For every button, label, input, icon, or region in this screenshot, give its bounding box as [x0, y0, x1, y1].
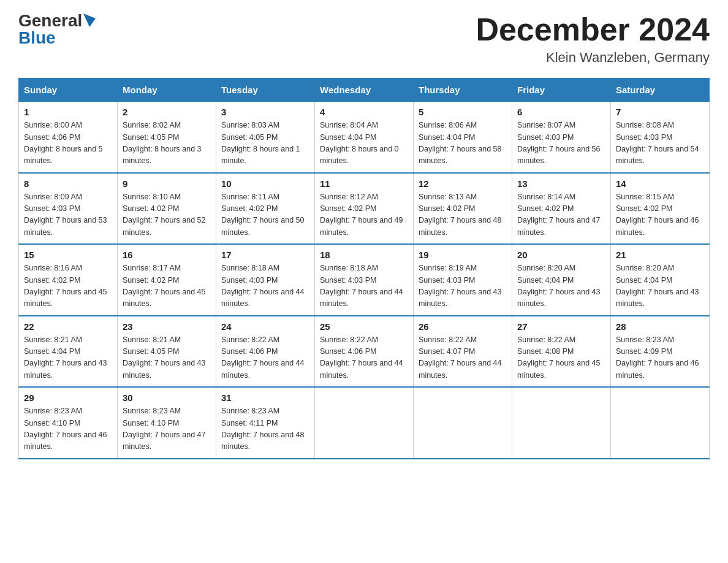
calendar-body: 1 Sunrise: 8:00 AMSunset: 4:06 PMDayligh…	[19, 102, 710, 459]
calendar-cell	[315, 387, 414, 459]
calendar-week-row: 8 Sunrise: 8:09 AMSunset: 4:03 PMDayligh…	[19, 173, 710, 245]
day-number: 28	[616, 321, 704, 332]
calendar-cell: 6 Sunrise: 8:07 AMSunset: 4:03 PMDayligh…	[512, 102, 611, 173]
col-monday: Monday	[118, 79, 216, 102]
day-info: Sunrise: 8:23 AMSunset: 4:10 PMDaylight:…	[123, 405, 211, 453]
day-number: 11	[320, 178, 408, 189]
day-info: Sunrise: 8:22 AMSunset: 4:07 PMDaylight:…	[419, 334, 507, 382]
calendar-cell: 16 Sunrise: 8:17 AMSunset: 4:02 PMDaylig…	[118, 244, 216, 316]
day-number: 19	[419, 250, 507, 260]
day-number: 14	[616, 178, 704, 189]
calendar-cell: 19 Sunrise: 8:19 AMSunset: 4:03 PMDaylig…	[414, 244, 512, 316]
day-info: Sunrise: 8:23 AMSunset: 4:09 PMDaylight:…	[616, 334, 704, 382]
day-info: Sunrise: 8:08 AMSunset: 4:03 PMDaylight:…	[616, 120, 704, 167]
col-sunday: Sunday	[19, 79, 118, 102]
col-saturday: Saturday	[611, 79, 710, 102]
calendar-cell: 12 Sunrise: 8:13 AMSunset: 4:02 PMDaylig…	[414, 173, 512, 245]
calendar-week-row: 15 Sunrise: 8:16 AMSunset: 4:02 PMDaylig…	[19, 244, 710, 316]
calendar-table: Sunday Monday Tuesday Wednesday Thursday…	[18, 78, 710, 459]
day-info: Sunrise: 8:22 AMSunset: 4:06 PMDaylight:…	[221, 334, 309, 382]
day-info: Sunrise: 8:22 AMSunset: 4:08 PMDaylight:…	[517, 334, 605, 382]
day-info: Sunrise: 8:21 AMSunset: 4:04 PMDaylight:…	[24, 334, 112, 382]
calendar-cell: 27 Sunrise: 8:22 AMSunset: 4:08 PMDaylig…	[512, 316, 611, 388]
calendar-cell: 11 Sunrise: 8:12 AMSunset: 4:02 PMDaylig…	[315, 173, 414, 245]
day-info: Sunrise: 8:21 AMSunset: 4:05 PMDaylight:…	[123, 334, 211, 382]
day-number: 5	[419, 107, 507, 117]
day-info: Sunrise: 8:00 AMSunset: 4:06 PMDaylight:…	[24, 120, 112, 167]
day-number: 17	[221, 250, 309, 260]
svg-marker-0	[83, 13, 96, 27]
day-number: 24	[221, 321, 309, 332]
day-number: 8	[24, 178, 112, 189]
calendar-cell	[414, 387, 512, 459]
day-info: Sunrise: 8:23 AMSunset: 4:11 PMDaylight:…	[221, 405, 309, 453]
calendar-cell: 24 Sunrise: 8:22 AMSunset: 4:06 PMDaylig…	[216, 316, 315, 388]
calendar-week-row: 29 Sunrise: 8:23 AMSunset: 4:10 PMDaylig…	[19, 387, 710, 459]
calendar-cell: 22 Sunrise: 8:21 AMSunset: 4:04 PMDaylig…	[19, 316, 118, 388]
day-info: Sunrise: 8:18 AMSunset: 4:03 PMDaylight:…	[221, 262, 309, 310]
day-number: 6	[517, 107, 605, 117]
calendar-cell: 21 Sunrise: 8:20 AMSunset: 4:04 PMDaylig…	[611, 244, 710, 316]
title-block: December 2024 Klein Wanzleben, Germany	[476, 12, 710, 66]
day-number: 18	[320, 250, 408, 260]
logo: General Blue	[18, 12, 96, 47]
logo-general-text: General	[18, 12, 82, 29]
day-info: Sunrise: 8:10 AMSunset: 4:02 PMDaylight:…	[123, 191, 211, 239]
location-subtitle: Klein Wanzleben, Germany	[476, 50, 710, 66]
day-number: 3	[221, 107, 309, 117]
day-number: 7	[616, 107, 704, 117]
day-info: Sunrise: 8:23 AMSunset: 4:10 PMDaylight:…	[24, 405, 112, 453]
calendar-cell: 18 Sunrise: 8:18 AMSunset: 4:03 PMDaylig…	[315, 244, 414, 316]
day-info: Sunrise: 8:22 AMSunset: 4:06 PMDaylight:…	[320, 334, 408, 382]
day-number: 23	[123, 321, 211, 332]
calendar-cell: 7 Sunrise: 8:08 AMSunset: 4:03 PMDayligh…	[611, 102, 710, 173]
calendar-cell: 10 Sunrise: 8:11 AMSunset: 4:02 PMDaylig…	[216, 173, 315, 245]
day-number: 29	[24, 393, 112, 403]
calendar-cell: 13 Sunrise: 8:14 AMSunset: 4:02 PMDaylig…	[512, 173, 611, 245]
day-info: Sunrise: 8:02 AMSunset: 4:05 PMDaylight:…	[123, 120, 211, 167]
day-number: 20	[517, 250, 605, 260]
calendar-cell: 4 Sunrise: 8:04 AMSunset: 4:04 PMDayligh…	[315, 102, 414, 173]
day-number: 12	[419, 178, 507, 189]
day-info: Sunrise: 8:12 AMSunset: 4:02 PMDaylight:…	[320, 191, 408, 239]
calendar-cell: 8 Sunrise: 8:09 AMSunset: 4:03 PMDayligh…	[19, 173, 118, 245]
day-number: 22	[24, 321, 112, 332]
calendar-header: Sunday Monday Tuesday Wednesday Thursday…	[19, 79, 710, 102]
day-info: Sunrise: 8:18 AMSunset: 4:03 PMDaylight:…	[320, 262, 408, 310]
day-number: 9	[123, 178, 211, 189]
col-thursday: Thursday	[414, 79, 512, 102]
col-wednesday: Wednesday	[315, 79, 414, 102]
calendar-cell: 5 Sunrise: 8:06 AMSunset: 4:04 PMDayligh…	[414, 102, 512, 173]
calendar-cell: 29 Sunrise: 8:23 AMSunset: 4:10 PMDaylig…	[19, 387, 118, 459]
day-info: Sunrise: 8:16 AMSunset: 4:02 PMDaylight:…	[24, 262, 112, 310]
logo-triangle-icon	[83, 13, 96, 27]
day-number: 1	[24, 107, 112, 117]
day-number: 4	[320, 107, 408, 117]
header-row: Sunday Monday Tuesday Wednesday Thursday…	[19, 79, 710, 102]
calendar-cell: 9 Sunrise: 8:10 AMSunset: 4:02 PMDayligh…	[118, 173, 216, 245]
day-number: 15	[24, 250, 112, 260]
day-info: Sunrise: 8:11 AMSunset: 4:02 PMDaylight:…	[221, 191, 309, 239]
col-friday: Friday	[512, 79, 611, 102]
day-info: Sunrise: 8:13 AMSunset: 4:02 PMDaylight:…	[419, 191, 507, 239]
day-number: 26	[419, 321, 507, 332]
calendar-cell: 28 Sunrise: 8:23 AMSunset: 4:09 PMDaylig…	[611, 316, 710, 388]
day-info: Sunrise: 8:04 AMSunset: 4:04 PMDaylight:…	[320, 120, 408, 167]
day-info: Sunrise: 8:14 AMSunset: 4:02 PMDaylight:…	[517, 191, 605, 239]
calendar-cell: 20 Sunrise: 8:20 AMSunset: 4:04 PMDaylig…	[512, 244, 611, 316]
day-number: 30	[123, 393, 211, 403]
day-number: 31	[221, 393, 309, 403]
day-number: 2	[123, 107, 211, 117]
calendar-cell: 30 Sunrise: 8:23 AMSunset: 4:10 PMDaylig…	[118, 387, 216, 459]
month-title: December 2024	[476, 12, 710, 47]
day-info: Sunrise: 8:19 AMSunset: 4:03 PMDaylight:…	[419, 262, 507, 310]
day-info: Sunrise: 8:07 AMSunset: 4:03 PMDaylight:…	[517, 120, 605, 167]
calendar-cell	[512, 387, 611, 459]
day-number: 27	[517, 321, 605, 332]
calendar-week-row: 22 Sunrise: 8:21 AMSunset: 4:04 PMDaylig…	[19, 316, 710, 388]
page-header: General Blue December 2024 Klein Wanzleb…	[18, 12, 710, 66]
calendar-cell: 1 Sunrise: 8:00 AMSunset: 4:06 PMDayligh…	[19, 102, 118, 173]
day-info: Sunrise: 8:03 AMSunset: 4:05 PMDaylight:…	[221, 120, 309, 167]
calendar-cell: 15 Sunrise: 8:16 AMSunset: 4:02 PMDaylig…	[19, 244, 118, 316]
day-info: Sunrise: 8:09 AMSunset: 4:03 PMDaylight:…	[24, 191, 112, 239]
